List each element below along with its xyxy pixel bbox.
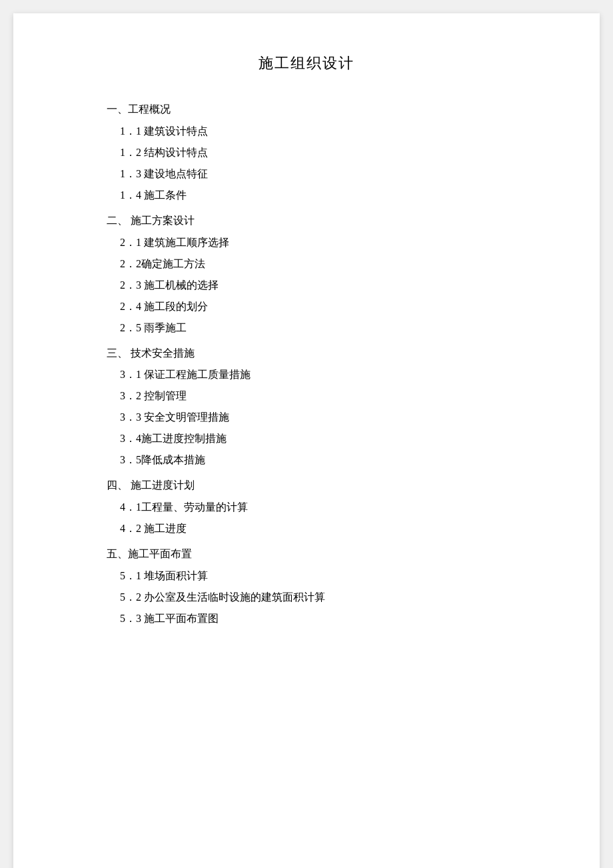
toc-section-4: 四、 施工进度计划 <box>93 476 520 495</box>
toc-item-3-4: 3．4施工进度控制措施 <box>93 428 520 449</box>
toc-item-5-3: 5．3 施工平面布置图 <box>93 608 520 629</box>
toc-item-2-1: 2．1 建筑施工顺序选择 <box>93 232 520 253</box>
toc-item-4-2: 4．2 施工进度 <box>93 518 520 539</box>
toc-item-2-4: 2．4 施工段的划分 <box>93 296 520 317</box>
toc-item-3-3: 3．3 安全文明管理措施 <box>93 407 520 428</box>
toc-item-2-3: 2．3 施工机械的选择 <box>93 275 520 296</box>
table-of-contents: 一、工程概况 1．1 建筑设计特点 1．2 结构设计特点 1．3 建设地点特征 … <box>93 100 520 629</box>
toc-item-2-5: 2．5 雨季施工 <box>93 317 520 339</box>
document-title: 施工组织设计 <box>93 53 520 73</box>
toc-item-5-1: 5．1 堆场面积计算 <box>93 565 520 587</box>
toc-item-3-5: 3．5降低成本措施 <box>93 449 520 471</box>
toc-section-1: 一、工程概况 <box>93 100 520 119</box>
document-page: 施工组织设计 一、工程概况 1．1 建筑设计特点 1．2 结构设计特点 1．3 … <box>13 13 600 868</box>
toc-item-1-3: 1．3 建设地点特征 <box>93 163 520 185</box>
toc-item-3-1: 3．1 保证工程施工质量措施 <box>93 364 520 385</box>
toc-item-3-2: 3．2 控制管理 <box>93 385 520 407</box>
toc-item-5-2: 5．2 办公室及生活临时设施的建筑面积计算 <box>93 587 520 608</box>
toc-item-4-1: 4．1工程量、劳动量的计算 <box>93 497 520 518</box>
toc-section-2: 二、 施工方案设计 <box>93 211 520 231</box>
toc-section-3: 三、 技术安全措施 <box>93 344 520 363</box>
toc-item-1-2: 1．2 结构设计特点 <box>93 142 520 163</box>
toc-item-1-4: 1．4 施工条件 <box>93 185 520 206</box>
toc-item-1-1: 1．1 建筑设计特点 <box>93 121 520 142</box>
toc-item-2-2: 2．2确定施工方法 <box>93 253 520 275</box>
toc-section-5: 五、施工平面布置 <box>93 545 520 564</box>
